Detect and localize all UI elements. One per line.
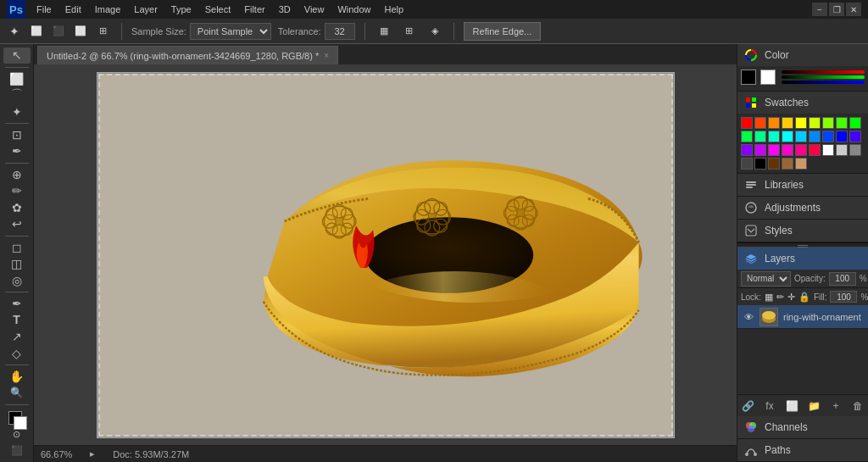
swatch-item[interactable] (795, 117, 807, 129)
menu-filter[interactable]: Filter (238, 3, 270, 16)
link-layers-btn[interactable]: 🔗 (740, 398, 755, 414)
lock-position-btn[interactable]: ✛ (787, 292, 795, 303)
swatch-item[interactable] (849, 117, 861, 129)
window-controls[interactable]: − ❐ ✕ (812, 3, 861, 16)
lock-paint-btn[interactable]: ✏ (776, 292, 784, 303)
sample-all-icon[interactable]: ◈ (426, 22, 444, 41)
status-arrow-icon[interactable]: ▸ (86, 448, 99, 461)
styles-panel-header[interactable]: Styles (737, 220, 868, 242)
add-style-btn[interactable]: fx (762, 398, 777, 414)
maximize-button[interactable]: ❐ (829, 3, 844, 16)
swatch-item[interactable] (741, 117, 753, 129)
swatch-item[interactable] (849, 144, 861, 156)
close-button[interactable]: ✕ (846, 3, 861, 16)
swatch-item[interactable] (822, 144, 834, 156)
swatch-item[interactable] (836, 144, 848, 156)
swatch-item[interactable] (754, 158, 766, 170)
swatch-item[interactable] (795, 158, 807, 170)
swatch-item[interactable] (782, 131, 793, 142)
contiguous-icon[interactable]: ⊞ (400, 22, 419, 41)
tool-eraser[interactable]: ◻ (3, 239, 31, 255)
magic-wand-icon[interactable]: ✦ (5, 22, 24, 41)
document-tab[interactable]: Untitled-2 @ 66.7% (ring-with-ornament-3… (37, 46, 338, 64)
tool-option-3[interactable]: ⬜ (71, 22, 90, 41)
refine-edge-button[interactable]: Refine Edge... (464, 22, 542, 41)
tool-shapes[interactable]: ◇ (3, 345, 31, 361)
swatch-item[interactable] (782, 117, 793, 129)
swatch-item[interactable] (836, 117, 848, 129)
libraries-panel-header[interactable]: Libraries (737, 174, 868, 196)
menu-type[interactable]: Type (165, 3, 198, 16)
swatches-panel-header[interactable]: Swatches (737, 92, 868, 114)
tool-pen[interactable]: ✒ (3, 296, 31, 312)
tool-eyedropper[interactable]: ✒ (3, 143, 31, 159)
swatch-item[interactable] (768, 158, 780, 170)
swatch-item[interactable] (782, 158, 793, 170)
tool-option-1[interactable]: ⬜ (27, 22, 46, 41)
tool-dodge[interactable]: ◎ (3, 272, 31, 288)
swatch-item[interactable] (754, 131, 766, 142)
channels-panel-header[interactable]: Channels (737, 416, 868, 438)
tool-magic-wand[interactable]: ✦ (3, 103, 31, 120)
r-slider[interactable] (782, 70, 865, 74)
menu-layer[interactable]: Layer (128, 3, 164, 16)
menu-select[interactable]: Select (199, 3, 237, 16)
menu-window[interactable]: Window (331, 3, 376, 16)
menu-bar[interactable]: File Edit Image Layer Type Select Filter… (31, 3, 409, 16)
tool-history-brush[interactable]: ↩ (3, 216, 31, 232)
color-panel-header[interactable]: Color (737, 44, 868, 66)
fill-input[interactable] (830, 291, 857, 303)
swatch-item[interactable] (849, 131, 861, 142)
tool-path-select[interactable]: ↗ (3, 329, 31, 345)
swatch-item[interactable] (809, 117, 821, 129)
menu-help[interactable]: Help (379, 3, 410, 16)
swatch-item[interactable] (768, 131, 780, 142)
layer-visibility-toggle[interactable]: 👁 (743, 311, 754, 323)
swatch-item[interactable] (795, 144, 807, 156)
tolerance-input[interactable] (325, 23, 355, 40)
anti-alias-icon[interactable]: ▦ (375, 22, 393, 41)
swatch-item[interactable] (768, 117, 780, 129)
paths-panel-header[interactable]: Paths (737, 439, 868, 461)
background-swatch[interactable] (760, 70, 776, 85)
swatch-item[interactable] (754, 117, 766, 129)
tab-close-button[interactable]: × (324, 51, 329, 60)
tool-heal[interactable]: ⊕ (3, 166, 31, 182)
blend-mode-select[interactable]: Normal (741, 271, 791, 287)
tool-crop[interactable]: ⊡ (3, 127, 31, 143)
menu-file[interactable]: File (31, 3, 58, 16)
lock-all-btn[interactable]: 🔒 (798, 292, 810, 303)
tool-zoom[interactable]: 🔍 (3, 385, 31, 401)
tool-screen-mode[interactable]: ⬛ (3, 443, 31, 459)
lock-transparency-btn[interactable]: ▦ (765, 292, 773, 303)
tool-option-4[interactable]: ⊞ (93, 22, 112, 41)
opacity-input[interactable] (829, 272, 856, 286)
menu-image[interactable]: Image (89, 3, 127, 16)
tool-gradient[interactable]: ◫ (3, 256, 31, 272)
swatch-item[interactable] (809, 131, 821, 142)
adjustments-panel-header[interactable]: Adjustments (737, 197, 868, 219)
g-slider[interactable] (782, 75, 865, 79)
tool-stamp[interactable]: ✿ (3, 199, 31, 215)
swatch-item[interactable] (836, 131, 848, 142)
swatch-item[interactable] (754, 144, 766, 156)
tool-text[interactable]: T (3, 312, 31, 328)
tool-brush[interactable]: ✏ (3, 183, 31, 199)
swatch-item[interactable] (741, 144, 753, 156)
layer-item[interactable]: 👁 ring-with-ornament (737, 305, 868, 329)
swatch-item[interactable] (822, 117, 834, 129)
new-group-btn[interactable]: 📁 (806, 398, 821, 414)
swatch-item[interactable] (741, 158, 753, 170)
new-layer-btn[interactable]: + (828, 398, 843, 414)
minimize-button[interactable]: − (812, 3, 827, 16)
menu-3d[interactable]: 3D (273, 3, 297, 16)
background-color[interactable] (14, 416, 27, 430)
menu-edit[interactable]: Edit (59, 3, 87, 16)
swatch-item[interactable] (768, 144, 780, 156)
swatch-item[interactable] (782, 144, 793, 156)
tool-marquee[interactable]: ⬜ (3, 70, 31, 86)
delete-layer-btn[interactable]: 🗑 (850, 398, 865, 414)
foreground-swatch[interactable] (741, 70, 756, 85)
tool-lasso[interactable]: ⌒ (3, 87, 31, 103)
swatch-item[interactable] (822, 131, 834, 142)
